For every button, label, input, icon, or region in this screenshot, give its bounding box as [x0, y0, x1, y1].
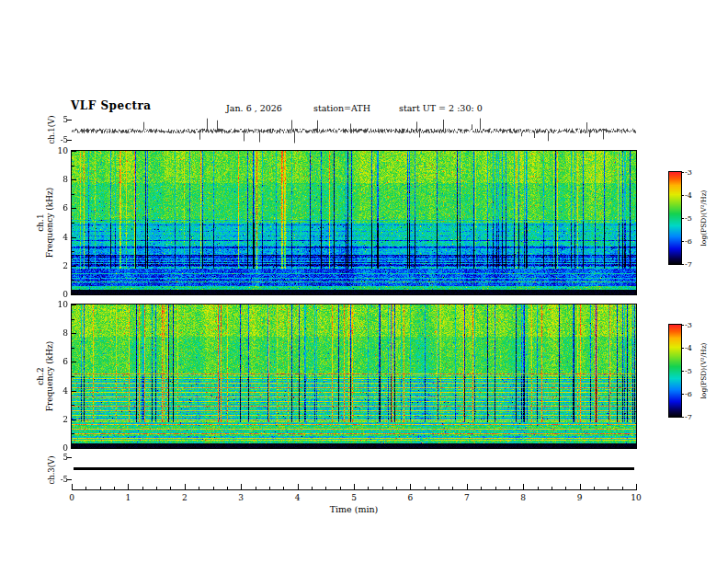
x-tick-mark [467, 484, 468, 489]
spec2-y-tick-label: 6 [51, 357, 68, 366]
x-tick-label: 2 [176, 493, 194, 502]
x-tick-mark [185, 484, 186, 489]
figure-title: VLF Spectra [71, 99, 152, 112]
x-tick-label: 1 [119, 493, 137, 502]
x-minor-tick-mark [199, 487, 199, 489]
spec2-y-minor-tick-mark [72, 376, 74, 377]
x-minor-tick-mark [565, 487, 566, 489]
spec2-y-tick-label: 8 [51, 328, 68, 338]
x-minor-tick-mark [85, 487, 86, 489]
x-minor-tick-mark [213, 487, 214, 489]
spec1-y-tick-label: 10 [51, 146, 68, 155]
x-minor-tick-mark [495, 487, 496, 489]
spec2-y-minor-tick-mark [72, 348, 74, 349]
colorbar-ch2-tick-mark [681, 417, 684, 418]
spec2-y-minor-tick-mark [72, 319, 74, 320]
wave3-y-tick-label: 5 [51, 453, 68, 462]
x-minor-tick-mark [368, 487, 369, 489]
spec1-y-tick-label: 0 [51, 290, 68, 299]
x-minor-tick-mark [227, 487, 228, 489]
x-minor-tick-mark [425, 487, 426, 489]
x-tick-label: 0 [63, 493, 81, 502]
wave1-y-tick-label: 5 [51, 115, 68, 124]
x-tick-mark [410, 484, 411, 489]
colorbar-ch1-tick-mark [681, 264, 684, 265]
x-minor-tick-mark [608, 487, 609, 489]
x-minor-tick-mark [170, 487, 171, 489]
x-minor-tick-mark [100, 487, 101, 489]
ch3-flat-trace [74, 467, 634, 470]
spec2-y-minor-tick-mark [72, 405, 74, 406]
x-minor-tick-mark [114, 487, 115, 489]
colorbar-ch2-tick-mark [681, 371, 684, 372]
spec2-y-tick-mark [72, 362, 76, 362]
spec1-y-tick-label: 8 [51, 175, 68, 184]
colorbar-ch1-tick-label: -7 [685, 260, 700, 269]
header-start-ut: start UT = 2 :30: 0 [399, 103, 483, 113]
colorbar-ch1-tick-label: -3 [685, 168, 700, 177]
colorbar-ch2-tick-mark [681, 325, 684, 326]
vlf-spectra-figure: VLF Spectra Jan. 6 , 2026 station=ATH st… [0, 0, 728, 563]
colorbar-ch2-tick-label: -6 [685, 390, 700, 398]
wave3-y-tick-mark [67, 457, 72, 458]
spec2-y-tick-mark [72, 419, 76, 420]
x-tick-mark [580, 484, 581, 489]
colorbar-ch1-tick-mark [681, 195, 684, 196]
ch1-waveform-plot [72, 117, 636, 144]
x-tick-mark [523, 484, 524, 489]
spec2-y-tick-mark [72, 447, 76, 448]
x-tick-mark [72, 484, 73, 489]
x-minor-tick-mark [452, 487, 453, 489]
x-minor-tick-mark [382, 487, 383, 489]
colorbar-ch2-tick-label: -3 [685, 321, 700, 329]
x-tick-mark [354, 484, 355, 489]
header-station: station=ATH [313, 103, 370, 113]
spec1-y-tick-label: 6 [51, 203, 68, 213]
x-tick-mark [241, 484, 242, 489]
colorbar-ch1-tick-mark [681, 172, 684, 173]
colorbar-ch2-tick-label: -4 [685, 344, 700, 352]
x-tick-label: 4 [289, 493, 307, 502]
wave3-y-tick-mark [67, 479, 72, 480]
wave1-y-tick-mark [67, 120, 72, 121]
ch2-frequency-axis-label-text: Frequency (kHz) [45, 341, 54, 412]
colorbar-ch1-tick-label: -4 [685, 191, 700, 200]
spec2-y-tick-mark [72, 304, 76, 305]
x-minor-tick-mark [622, 487, 623, 489]
colorbar-ch2-label: log(PSD)(V²/Hz) [700, 342, 709, 398]
x-tick-label: 6 [401, 493, 419, 502]
x-tick-label: 3 [232, 493, 250, 502]
x-minor-tick-mark [438, 487, 439, 489]
spec1-y-minor-tick-mark [72, 166, 74, 167]
x-tick-label: 5 [345, 493, 363, 502]
x-tick-mark [636, 484, 637, 489]
colorbar-ch1 [668, 171, 682, 265]
colorbar-ch1-label: log(PSD)(V²/Hz) [700, 190, 709, 246]
spec1-y-minor-tick-mark [72, 251, 74, 252]
spec1-y-tick-mark [72, 208, 76, 209]
x-minor-tick-mark [552, 487, 552, 489]
x-tick-mark [298, 484, 299, 489]
spec1-y-tick-mark [72, 266, 76, 267]
spec2-y-tick-label: 10 [51, 300, 68, 309]
x-minor-tick-mark [312, 487, 313, 489]
spec2-y-tick-label: 0 [51, 443, 68, 453]
x-minor-tick-mark [283, 487, 284, 489]
x-tick-label: 7 [458, 493, 476, 502]
x-minor-tick-mark [325, 487, 326, 489]
spec2-y-minor-tick-mark [72, 433, 74, 434]
spec1-y-tick-mark [72, 151, 76, 152]
spec1-y-tick-mark [72, 293, 76, 294]
x-minor-tick-mark [340, 487, 341, 489]
x-minor-tick-mark [481, 487, 482, 489]
colorbar-ch2-tick-mark [681, 348, 684, 349]
spec1-y-minor-tick-mark [72, 223, 74, 224]
wave1-y-tick-mark [67, 140, 72, 141]
ch1-spectrogram-plot [71, 150, 637, 295]
spec1-y-minor-tick-mark [72, 280, 74, 281]
ch1-frequency-axis-label-channel: ch.1 [36, 188, 45, 259]
x-minor-tick-mark [142, 487, 143, 489]
colorbar-ch2 [668, 324, 682, 418]
x-axis-title: Time (min) [330, 504, 379, 514]
x-tick-label: 9 [571, 493, 589, 502]
